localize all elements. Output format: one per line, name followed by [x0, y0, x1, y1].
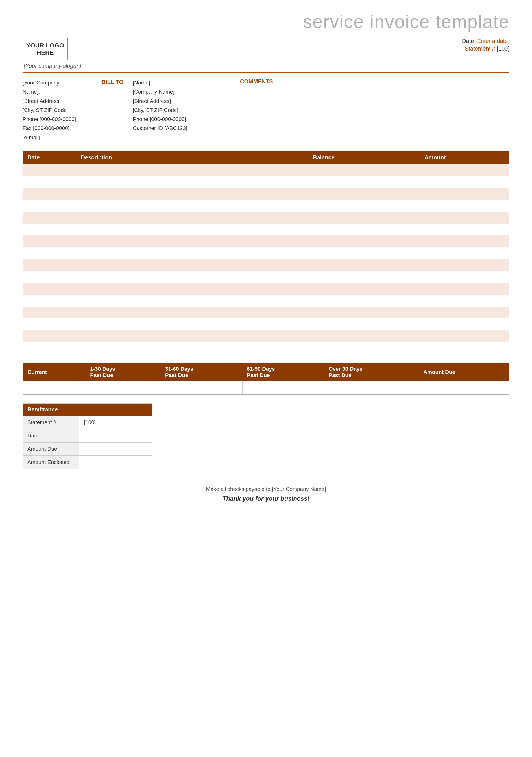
table-cell — [420, 271, 509, 283]
table-cell — [420, 342, 509, 354]
aging-current-value — [23, 381, 86, 394]
col-header-date: Date — [23, 151, 76, 164]
aging-col-over-90: Over 90 DaysPast Due — [324, 363, 419, 381]
table-cell — [23, 212, 76, 224]
table-cell — [308, 224, 420, 235]
table-cell — [76, 212, 309, 224]
table-cell — [23, 307, 76, 318]
table-cell — [23, 164, 76, 176]
table-row — [23, 318, 509, 330]
aging-col-current: Current — [23, 363, 86, 381]
bill-to-info: [Name] [Company Name] [Street Address] [… — [133, 78, 206, 142]
table-cell — [308, 307, 420, 318]
remittance-row: Statement #[100] — [23, 416, 153, 429]
table-cell — [76, 283, 309, 295]
table-row — [23, 164, 509, 176]
table-cell — [76, 247, 309, 259]
table-cell — [76, 271, 309, 283]
info-section: [Your Company Name]. [Street Address] [C… — [23, 78, 509, 142]
table-cell — [420, 164, 509, 176]
col-header-description: Description — [76, 151, 309, 164]
table-cell — [23, 318, 76, 330]
table-cell — [76, 295, 309, 307]
table-row — [23, 188, 509, 200]
date-label: Date — [462, 38, 474, 44]
table-cell — [420, 235, 509, 247]
aging-data-row — [23, 381, 509, 394]
table-cell — [76, 307, 309, 318]
aging-amount-due-value — [419, 381, 509, 394]
table-cell — [23, 342, 76, 354]
table-cell — [308, 342, 420, 354]
remittance-row: Date — [23, 429, 153, 442]
table-cell — [76, 188, 309, 200]
table-cell — [308, 176, 420, 188]
table-cell — [308, 212, 420, 224]
table-cell — [23, 295, 76, 307]
aging-col-61-90: 61-90 DaysPast Due — [242, 363, 324, 381]
main-table: Date Description Balance Amount — [23, 151, 509, 354]
table-cell — [420, 247, 509, 259]
table-cell — [420, 188, 509, 200]
table-row — [23, 342, 509, 354]
table-cell — [76, 342, 309, 354]
table-cell — [308, 247, 420, 259]
table-cell — [308, 164, 420, 176]
table-cell — [420, 176, 509, 188]
col-header-amount: Amount — [420, 151, 509, 164]
table-row — [23, 295, 509, 307]
table-cell — [308, 330, 420, 342]
table-cell — [76, 176, 309, 188]
date-statement-area: Date [Enter a date] Statement # [100] — [462, 38, 509, 52]
table-cell — [420, 212, 509, 224]
table-cell — [23, 235, 76, 247]
logo-slogan-area: YOUR LOGO HERE [Your company slogan] — [23, 38, 81, 69]
remittance-label: Amount Due — [23, 442, 79, 456]
main-table-container: Date Description Balance Amount — [23, 151, 509, 354]
table-cell — [76, 318, 309, 330]
table-cell — [420, 224, 509, 235]
table-row — [23, 259, 509, 271]
remittance-row: Amount Due — [23, 442, 153, 456]
date-value: [Enter a date] — [476, 38, 509, 44]
table-row — [23, 307, 509, 318]
statement-label: Statement # — [465, 45, 495, 52]
table-cell — [420, 200, 509, 212]
aging-31-60-value — [161, 381, 242, 394]
table-cell — [76, 224, 309, 235]
table-cell — [76, 164, 309, 176]
table-cell — [308, 200, 420, 212]
remittance-label: Amount Enclosed — [23, 456, 79, 469]
remittance-header: Remittance — [23, 404, 153, 416]
aging-over-90-value — [324, 381, 419, 394]
table-cell — [420, 307, 509, 318]
aging-header-row: Current 1-30 DaysPast Due 31-60 DaysPast… — [23, 363, 509, 381]
table-cell — [420, 259, 509, 271]
statement-value: [100] — [497, 45, 509, 52]
table-cell — [308, 259, 420, 271]
table-row — [23, 235, 509, 247]
table-cell — [420, 330, 509, 342]
footer-thanks-text: Thank you for your business! — [23, 495, 509, 502]
table-cell — [76, 235, 309, 247]
company-slogan: [Your company slogan] — [24, 63, 81, 69]
company-info: [Your Company Name]. [Street Address] [C… — [23, 78, 85, 142]
table-cell — [308, 283, 420, 295]
remittance-table: Remittance Statement #[100]DateAmount Du… — [23, 403, 153, 469]
table-row — [23, 176, 509, 188]
aging-table: Current 1-30 DaysPast Due 31-60 DaysPast… — [23, 363, 509, 394]
table-cell — [23, 224, 76, 235]
logo-box: YOUR LOGO HERE — [23, 38, 68, 60]
table-cell — [23, 247, 76, 259]
table-cell — [308, 318, 420, 330]
table-row — [23, 212, 509, 224]
remittance-label: Date — [23, 429, 79, 442]
table-cell — [76, 330, 309, 342]
table-cell — [420, 318, 509, 330]
bill-to-label: BILL TO — [102, 78, 124, 142]
main-table-header-row: Date Description Balance Amount — [23, 151, 509, 164]
comments-label: COMMENTS — [240, 78, 273, 85]
aging-col-31-60: 31-60 DaysPast Due — [161, 363, 242, 381]
table-cell — [23, 176, 76, 188]
col-header-balance: Balance — [308, 151, 420, 164]
